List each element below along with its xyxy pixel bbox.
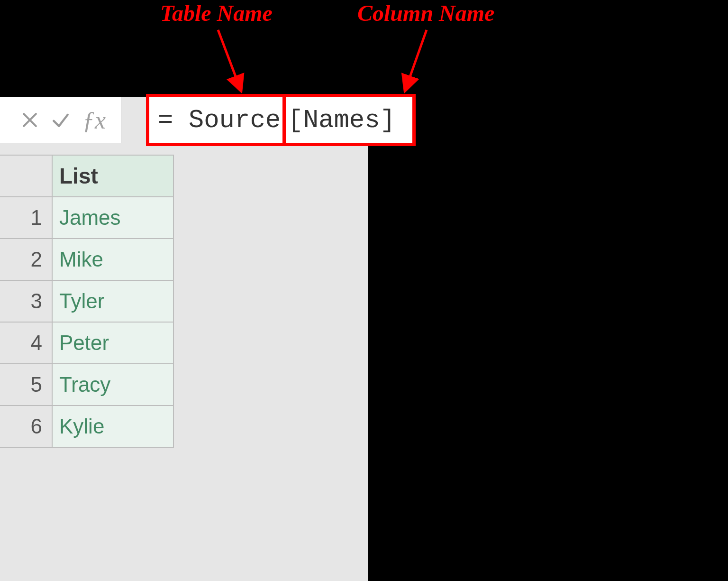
cell-value[interactable]: Kylie	[52, 406, 173, 447]
cancel-icon[interactable]	[14, 106, 45, 134]
row-number: 4	[0, 322, 52, 364]
cell-value[interactable]: Peter	[52, 322, 173, 364]
data-list: List 1 James 2 Mike 3 Tyler 4 Peter 5 Tr	[0, 155, 174, 448]
table-row[interactable]: 1 James	[0, 197, 173, 239]
confirm-icon[interactable]	[45, 106, 76, 134]
row-number: 1	[0, 197, 52, 239]
column-header[interactable]: List	[52, 155, 173, 197]
annotation-column-name: Column Name	[357, 0, 494, 26]
annotation-table-name: Table Name	[160, 0, 273, 26]
row-number: 6	[0, 406, 52, 447]
row-number: 3	[0, 280, 52, 322]
row-header-corner	[0, 155, 52, 197]
table-row[interactable]: 6 Kylie	[0, 406, 173, 447]
cell-value[interactable]: Mike	[52, 239, 173, 280]
cell-value[interactable]: James	[52, 197, 173, 239]
cell-value[interactable]: Tyler	[52, 280, 173, 322]
formula-bar: ƒx	[0, 97, 121, 143]
cell-value[interactable]: Tracy	[52, 364, 173, 406]
svg-line-1	[405, 30, 427, 90]
row-number: 5	[0, 364, 52, 406]
table-row[interactable]: 5 Tracy	[0, 364, 173, 406]
table-row[interactable]: 2 Mike	[0, 239, 173, 280]
fx-icon[interactable]: ƒx	[79, 106, 109, 134]
row-number: 2	[0, 239, 52, 280]
table-row[interactable]: 4 Peter	[0, 322, 173, 364]
svg-line-0	[218, 30, 241, 90]
table-row[interactable]: 3 Tyler	[0, 280, 173, 322]
